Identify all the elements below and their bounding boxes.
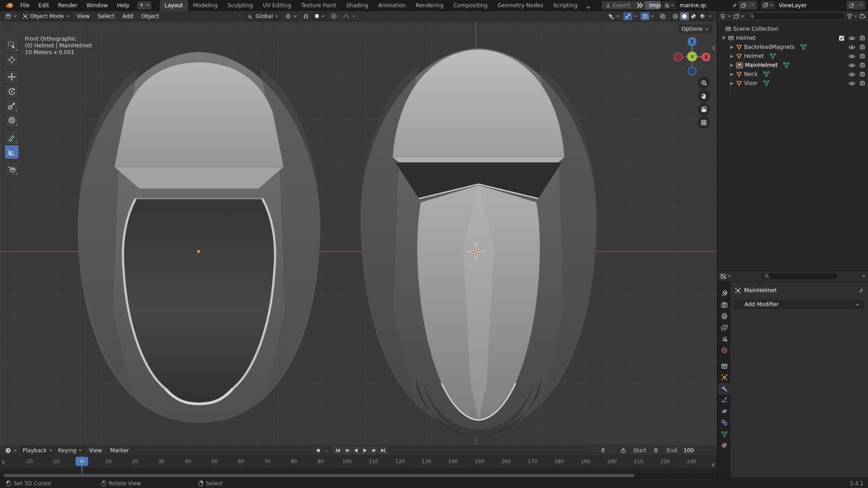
checkbox-checked-icon[interactable] — [839, 35, 844, 41]
timeline-expand-arrow[interactable] — [1, 460, 5, 465]
tool-scale[interactable] — [5, 99, 19, 113]
tab-output[interactable] — [718, 311, 730, 322]
disclosure-collapsed-icon[interactable]: ▶ — [730, 72, 734, 76]
eye-icon[interactable] — [849, 36, 855, 41]
properties-search-input[interactable] — [761, 272, 838, 280]
shading-material-button[interactable] — [689, 12, 698, 20]
outliner-row-scene-collection[interactable]: Scene Collection — [718, 24, 868, 33]
tab-modeling[interactable]: Modeling — [188, 0, 223, 11]
unlink-scene-button[interactable]: ✕ — [749, 1, 757, 9]
tab-constraints[interactable] — [718, 417, 730, 428]
render-camera-icon[interactable] — [859, 53, 865, 59]
properties-editor-type-button[interactable] — [720, 273, 731, 280]
tab-rendering[interactable]: Rendering — [411, 0, 448, 11]
timeline-ruler[interactable]: 0 -20-1001020304050607080901001101201301… — [0, 456, 717, 468]
gizmo-minus-x-ball[interactable] — [674, 53, 682, 61]
gizmo-minus-z-ball[interactable] — [688, 67, 696, 75]
tab-physics[interactable] — [718, 406, 730, 417]
timeline-editor-type-button[interactable] — [3, 446, 19, 455]
shading-solid-button[interactable] — [680, 12, 689, 20]
menu-help[interactable]: Help — [113, 0, 133, 11]
shading-rendered-button[interactable] — [698, 12, 707, 20]
menu-add[interactable]: Add — [119, 13, 137, 19]
pin-scene-button[interactable] — [730, 1, 739, 9]
tab-texture-paint[interactable]: Texture Paint — [296, 0, 341, 11]
helmet-mesh-left[interactable] — [78, 52, 320, 423]
tab-scene[interactable] — [718, 333, 730, 345]
shading-wireframe-button[interactable] — [671, 12, 680, 20]
editor-type-button[interactable] — [3, 12, 19, 20]
tool-select-box[interactable] — [5, 38, 19, 52]
outliner-row-neck[interactable]: ▶ Neck — [718, 70, 868, 79]
export-button[interactable]: Export — [602, 1, 634, 9]
outliner-row-visor[interactable]: ▶ Visor — [718, 79, 868, 88]
new-viewlayer-button[interactable] — [847, 1, 857, 9]
playback-popover[interactable]: Playback — [20, 446, 55, 455]
viewlayer-browse-button[interactable] — [761, 1, 775, 9]
eye-icon[interactable] — [849, 45, 855, 50]
tool-add-cube[interactable] — [5, 162, 19, 176]
gizmos-toggle[interactable] — [623, 12, 632, 20]
frame-end-field[interactable]: End 100 — [663, 446, 697, 455]
proportional-falloff-select[interactable] — [340, 12, 358, 20]
blender-logo-icon[interactable] — [5, 2, 14, 9]
prev-keyframe-button[interactable] — [342, 446, 351, 455]
tab-animation[interactable]: Animation — [373, 0, 411, 11]
tab-uv-editing[interactable]: UV Editing — [258, 0, 296, 11]
tool-rotate[interactable] — [5, 84, 19, 99]
active-tool-button[interactable] — [137, 1, 152, 9]
outliner-search-input[interactable] — [746, 12, 845, 20]
outliner-row-helmet[interactable]: ▶ Helmet — [718, 52, 868, 61]
play-reverse-button[interactable] — [351, 446, 360, 455]
add-modifier-button[interactable]: Add Modifier — [734, 300, 863, 309]
tab-modifiers[interactable] — [718, 383, 730, 394]
navigation-gizmo[interactable]: Z X -Y — [671, 35, 713, 79]
scrollbar-thumb[interactable] — [4, 474, 635, 477]
zoom-button[interactable] — [697, 76, 710, 89]
tool-move[interactable] — [5, 70, 19, 84]
tab-world[interactable] — [718, 345, 730, 356]
keying-popover[interactable]: Keying — [56, 446, 85, 455]
render-camera-icon[interactable] — [859, 44, 865, 50]
tool-measure[interactable] — [5, 145, 19, 159]
tab-render[interactable] — [718, 299, 730, 311]
tab-compositing[interactable]: Compositing — [448, 0, 492, 11]
outliner-row-mainhelmet[interactable]: ▶ MainHelmet — [718, 61, 868, 70]
options-button[interactable]: Options — [678, 24, 712, 33]
new-scene-button[interactable] — [739, 1, 749, 9]
eye-icon[interactable] — [849, 63, 855, 68]
timeline-collapse-arrow[interactable] — [711, 462, 716, 468]
outliner-editor-type-button[interactable] — [720, 13, 731, 19]
disclosure-collapsed-icon[interactable]: ▶ — [730, 45, 734, 49]
import-button[interactable]: Import — [645, 1, 660, 9]
tab-object[interactable] — [718, 372, 730, 383]
auto-keyframe-toggle[interactable] — [314, 446, 323, 455]
frame-start-field[interactable]: Start 0 — [630, 446, 661, 455]
mode-select[interactable]: Object Mode — [20, 12, 72, 20]
overlays-toggle[interactable] — [640, 12, 650, 20]
outliner-row-collection-helmet[interactable]: ▼ Helmet — [718, 33, 868, 43]
jump-to-start-button[interactable] — [333, 446, 342, 455]
play-button[interactable] — [360, 446, 370, 455]
menu-view[interactable]: View — [73, 13, 93, 19]
disclosure-expanded-icon[interactable]: ▼ — [721, 36, 726, 40]
menu-timeline-view[interactable]: View — [85, 447, 105, 454]
add-workspace-button[interactable]: + — [582, 4, 594, 11]
timeline-scrollbar[interactable] — [0, 474, 717, 478]
outliner-row-backheadmagnets[interactable]: ▶ BackHeadMagnets — [718, 43, 868, 52]
disclosure-collapsed-icon[interactable]: ▶ — [730, 54, 734, 58]
transform-orientation-select[interactable]: Global — [246, 12, 281, 20]
breadcrumb-object-name[interactable]: MainHelmet — [744, 287, 777, 294]
jump-to-end-button[interactable] — [379, 446, 388, 455]
tab-sculpting[interactable]: Sculpting — [223, 0, 258, 11]
helmet-mesh-right[interactable] — [360, 48, 597, 436]
tab-scripting[interactable]: Scripting — [548, 0, 582, 11]
eye-icon[interactable] — [849, 54, 855, 59]
pan-button[interactable] — [697, 90, 710, 102]
disclosure-collapsed-icon[interactable]: ▶ — [730, 81, 734, 85]
menu-render[interactable]: Render — [54, 0, 81, 11]
snap-toggle[interactable] — [301, 12, 310, 20]
render-camera-icon[interactable] — [859, 71, 865, 77]
outliner-display-mode-button[interactable] — [733, 13, 745, 19]
toggle-ortho-button[interactable] — [697, 116, 710, 129]
